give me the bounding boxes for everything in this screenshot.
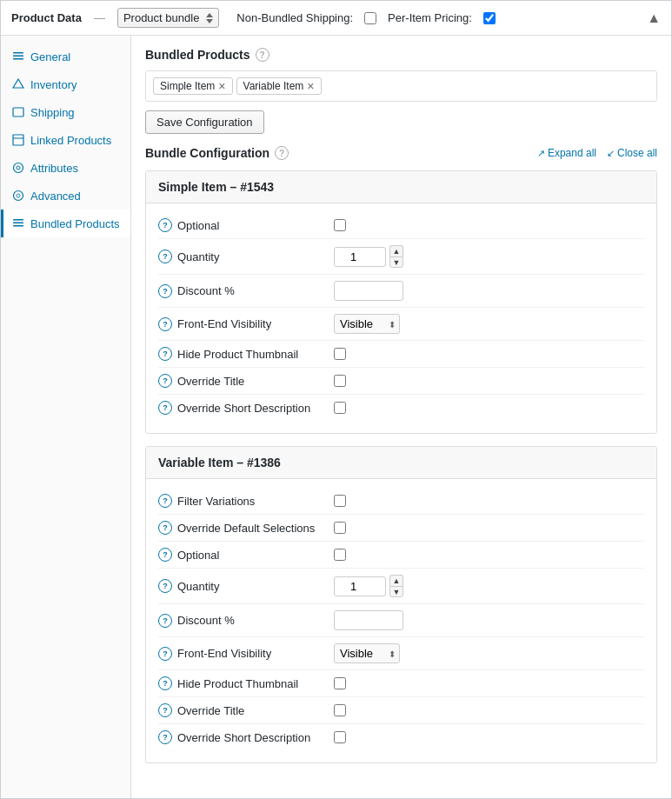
field-row-override-title-simple: ? Override Title (158, 368, 644, 395)
tag-simple-label: Simple Item (160, 80, 215, 92)
checkbox-optional-simple[interactable] (334, 219, 346, 231)
stepper-up-simple[interactable]: ▲ (389, 245, 403, 256)
help-quantity-var[interactable]: ? (158, 579, 172, 593)
sidebar-item-inventory-label: Inventory (30, 78, 77, 91)
svg-marker-3 (13, 79, 23, 88)
control-override-title-var (334, 704, 346, 716)
collapse-button[interactable]: ▲ (647, 10, 661, 26)
per-item-pricing-label: Per-Item Pricing: (388, 11, 472, 24)
field-row-optional-simple: ? Optional (158, 212, 644, 239)
header-bar: Product Data — Product bundle Non-Bundle… (1, 1, 671, 36)
checkbox-filter-var[interactable] (334, 495, 346, 507)
svg-rect-4 (13, 108, 23, 117)
help-quantity-simple[interactable]: ? (158, 250, 172, 263)
help-optional-simple[interactable]: ? (158, 218, 172, 232)
stepper-up-var[interactable]: ▲ (389, 575, 403, 586)
help-hide-thumb-var[interactable]: ? (158, 676, 172, 690)
checkbox-override-defaults[interactable] (334, 522, 346, 534)
sidebar-item-advanced[interactable]: Advanced (1, 182, 130, 210)
checkbox-override-desc-var[interactable] (334, 731, 346, 743)
tag-simple-item: Simple Item × (153, 77, 233, 95)
arrow-up-icon (206, 13, 213, 17)
header-options: Non-Bundled Shipping: Per-Item Pricing: (236, 11, 498, 24)
product-type-value: Product bundle (123, 11, 199, 24)
help-visibility-var[interactable]: ? (158, 647, 172, 661)
help-discount-simple[interactable]: ? (158, 284, 172, 298)
checkbox-override-title-simple[interactable] (334, 375, 346, 387)
sidebar-item-general[interactable]: General (1, 43, 130, 70)
svg-rect-1 (13, 56, 23, 57)
help-override-desc-simple[interactable]: ? (158, 401, 172, 415)
tag-variable-label: Variable Item (243, 80, 304, 92)
help-override-desc-var[interactable]: ? (158, 730, 172, 744)
field-row-override-title-var: ? Override Title (158, 697, 644, 724)
bundle-config-help-icon[interactable]: ? (275, 146, 289, 160)
content-area: Bundled Products ? Simple Item × Variabl… (131, 36, 671, 798)
checkbox-override-title-var[interactable] (334, 704, 346, 716)
stepper-down-simple[interactable]: ▼ (389, 256, 403, 268)
input-discount-var[interactable] (334, 610, 403, 630)
input-discount-simple[interactable] (334, 281, 403, 301)
save-configuration-button[interactable]: Save Configuration (145, 110, 264, 134)
shipping-icon (11, 105, 25, 119)
svg-rect-12 (13, 225, 23, 227)
expand-icon: ↗ (537, 148, 545, 159)
tag-variable-remove[interactable]: × (307, 80, 314, 92)
attributes-icon (11, 161, 25, 175)
svg-rect-0 (13, 52, 23, 54)
checkbox-hide-thumb-simple[interactable] (334, 348, 346, 360)
link-icon (11, 133, 25, 147)
tag-simple-remove[interactable]: × (218, 80, 225, 92)
sidebar-item-attributes[interactable]: Attributes (1, 154, 130, 182)
sidebar-item-shipping-label: Shipping (30, 106, 75, 119)
expand-all-link[interactable]: ↗ Expand all (537, 147, 596, 159)
field-row-quantity-simple: ? Quantity ▲ ▼ (158, 239, 644, 275)
control-override-desc-var (334, 731, 346, 743)
svg-rect-10 (13, 219, 23, 221)
field-row-hide-thumb-simple: ? Hide Product Thumbnail (158, 341, 644, 368)
sidebar-item-inventory[interactable]: Inventory (1, 70, 130, 98)
sidebar-item-linked-products[interactable]: Linked Products (1, 126, 130, 154)
product-type-select[interactable]: Product bundle (117, 8, 219, 28)
svg-point-7 (14, 163, 23, 173)
sidebar-item-shipping[interactable]: Shipping (1, 98, 130, 126)
svg-rect-5 (13, 135, 23, 145)
sidebar-item-attributes-label: Attributes (30, 162, 78, 175)
select-visibility-simple[interactable]: Visible Hidden (334, 314, 400, 334)
sidebar-item-bundled-products[interactable]: Bundled Products (1, 210, 130, 237)
field-row-override-defaults: ? Override Default Selections (158, 515, 644, 542)
bundle-item-simple: Simple Item – #1543 ? Optional ? Qua (145, 170, 657, 434)
input-quantity-var[interactable] (334, 576, 386, 596)
control-hide-thumb-var (334, 677, 346, 689)
help-visibility-simple[interactable]: ? (158, 317, 172, 331)
non-bundled-shipping-label: Non-Bundled Shipping: (236, 11, 353, 24)
field-row-visibility-var: ? Front-End Visibility Visible Hidden (158, 637, 644, 670)
bundled-products-title: Bundled Products ? (145, 48, 657, 62)
select-visibility-var[interactable]: Visible Hidden (334, 643, 400, 663)
help-discount-var[interactable]: ? (158, 614, 172, 628)
checkbox-optional-var[interactable] (334, 549, 346, 561)
help-override-title-var[interactable]: ? (158, 703, 172, 717)
checkbox-override-desc-simple[interactable] (334, 402, 346, 414)
help-hide-thumb-simple[interactable]: ? (158, 347, 172, 361)
non-bundled-shipping-checkbox[interactable] (364, 12, 376, 24)
control-optional-var (334, 549, 346, 561)
product-data-wrapper: Product Data — Product bundle Non-Bundle… (0, 0, 672, 799)
help-optional-var[interactable]: ? (158, 548, 172, 562)
field-row-discount-var: ? Discount % (158, 604, 644, 637)
field-row-hide-thumb-var: ? Hide Product Thumbnail (158, 670, 644, 697)
bundled-products-help-icon[interactable]: ? (256, 48, 269, 62)
input-quantity-simple[interactable] (334, 247, 386, 267)
help-override-defaults[interactable]: ? (158, 521, 172, 535)
help-filter-var[interactable]: ? (158, 494, 172, 508)
help-override-title-simple[interactable]: ? (158, 374, 172, 388)
stepper-down-var[interactable]: ▼ (389, 586, 403, 597)
sidebar-item-linked-products-label: Linked Products (30, 134, 111, 147)
field-row-quantity-var: ? Quantity ▲ ▼ (158, 569, 644, 604)
bundled-products-tags[interactable]: Simple Item × Variable Item × (145, 70, 657, 102)
field-row-override-desc-var: ? Override Short Description (158, 724, 644, 750)
per-item-pricing-checkbox[interactable] (483, 12, 496, 24)
select-arrows-icon (206, 13, 213, 23)
checkbox-hide-thumb-var[interactable] (334, 677, 346, 689)
close-all-link[interactable]: ↙ Close all (607, 147, 657, 159)
